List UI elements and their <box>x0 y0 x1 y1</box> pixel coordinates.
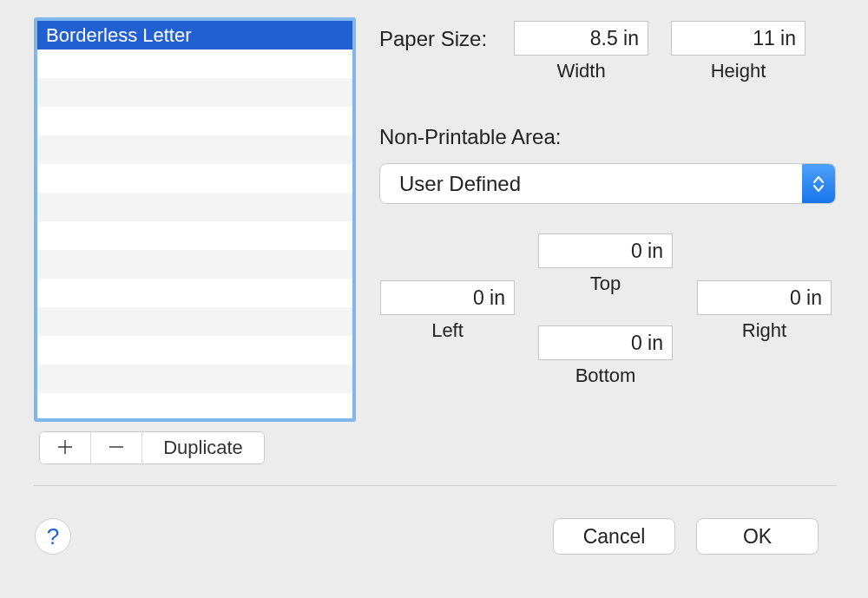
non-printable-select-value: User Defined <box>380 172 802 196</box>
list-item-empty <box>37 365 352 393</box>
paper-width-input[interactable]: 8.5 in <box>514 21 648 56</box>
list-item-empty <box>37 78 352 107</box>
margin-left-input[interactable]: 0 in <box>380 280 515 315</box>
list-item-empty <box>37 193 352 221</box>
ok-button-label: OK <box>743 525 772 548</box>
list-item-label: Borderless Letter <box>46 24 192 46</box>
non-printable-select[interactable]: User Defined <box>379 163 836 204</box>
margin-left-value: 0 in <box>473 286 505 309</box>
margin-right-sublabel: Right <box>697 319 832 342</box>
paper-height-value: 11 in <box>753 27 796 49</box>
margin-left-sublabel: Left <box>380 319 515 342</box>
cancel-button[interactable]: Cancel <box>553 518 675 555</box>
help-button[interactable]: ? <box>35 518 71 555</box>
margin-right-value: 0 in <box>790 286 822 309</box>
list-toolbar: Duplicate <box>39 431 265 464</box>
ok-button[interactable]: OK <box>696 518 819 555</box>
margin-bottom-input[interactable]: 0 in <box>538 325 673 360</box>
list-item-empty <box>37 49 352 78</box>
paper-size-label: Paper Size: <box>379 27 487 51</box>
list-item-empty <box>37 307 352 336</box>
non-printable-label: Non-Printable Area: <box>379 125 561 149</box>
list-item-empty <box>37 135 352 164</box>
help-icon: ? <box>47 523 59 550</box>
list-item-empty <box>37 107 352 135</box>
margin-top-input[interactable]: 0 in <box>538 233 673 268</box>
paper-width-value: 8.5 in <box>590 27 639 49</box>
list-item-empty <box>37 164 352 193</box>
margin-right-input[interactable]: 0 in <box>697 280 832 315</box>
remove-button[interactable] <box>91 432 142 463</box>
list-item-empty <box>37 221 352 250</box>
margin-bottom-value: 0 in <box>631 332 663 354</box>
minus-icon <box>108 436 124 460</box>
list-item-empty <box>37 393 352 422</box>
paper-height-sublabel: Height <box>671 60 806 82</box>
paper-size-list[interactable]: Borderless Letter <box>34 17 356 422</box>
list-item-empty <box>37 336 352 365</box>
list-item-empty <box>37 279 352 307</box>
margin-top-value: 0 in <box>631 240 663 262</box>
duplicate-button[interactable]: Duplicate <box>142 432 264 463</box>
margin-top-sublabel: Top <box>538 273 673 295</box>
add-button[interactable] <box>40 432 91 463</box>
list-item-empty <box>37 250 352 279</box>
chevron-up-down-icon <box>802 164 835 203</box>
duplicate-button-label: Duplicate <box>163 437 243 459</box>
cancel-button-label: Cancel <box>583 525 646 548</box>
paper-height-input[interactable]: 11 in <box>671 21 806 56</box>
margin-bottom-sublabel: Bottom <box>538 365 673 387</box>
list-item[interactable]: Borderless Letter <box>37 21 352 49</box>
paper-width-sublabel: Width <box>514 60 648 82</box>
divider <box>34 485 837 486</box>
plus-icon <box>57 436 73 460</box>
